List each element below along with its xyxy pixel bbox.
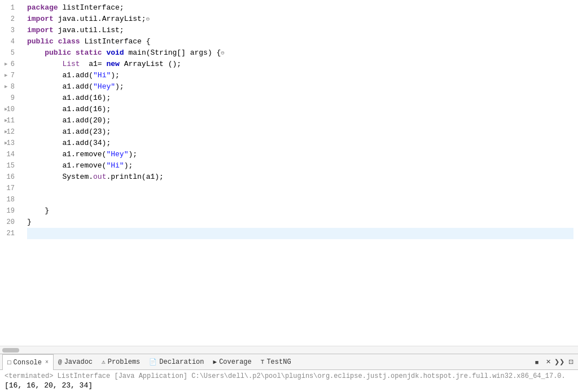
code-line-1: package listInterface; xyxy=(27,2,573,14)
line-number-10: 10 xyxy=(5,104,18,115)
problems-tab-label: Problems xyxy=(108,358,141,366)
code-line-15: a1.remove("Hi"); xyxy=(27,160,573,171)
scrollbar-thumb[interactable] xyxy=(2,348,19,353)
tab-coverage[interactable]: ▶Coverage xyxy=(209,354,256,370)
code-line-16: System.out.println(a1); xyxy=(27,171,573,183)
line-number-13: 13 xyxy=(5,138,18,149)
line-number-21: 21 xyxy=(5,228,18,239)
panel-action-btn-0[interactable]: ■ xyxy=(532,357,542,367)
line-numbers: 123456789101112131415161718192021 xyxy=(0,2,23,343)
coverage-tab-icon: ▶ xyxy=(213,358,217,365)
tab-console[interactable]: □Console× xyxy=(2,354,54,370)
code-line-5: public static void main(String[] args) {… xyxy=(27,47,573,59)
code-line-11: a1.add(20); xyxy=(27,115,573,126)
terminated-text: <terminated> ListInterface [Java Applica… xyxy=(5,372,573,380)
line-number-20: 20 xyxy=(5,217,18,228)
code-line-6: List a1= new ArrayList (); xyxy=(27,59,573,70)
code-line-3: import java.util.List; xyxy=(27,25,573,36)
code-line-14: a1.remove("Hey"); xyxy=(27,149,573,160)
line-number-11: 11 xyxy=(5,115,18,126)
line-number-6: 6 xyxy=(5,59,18,70)
code-line-10: a1.add(16); xyxy=(27,104,573,115)
code-line-20: } xyxy=(27,217,573,228)
code-line-4: public class ListInterface { xyxy=(27,36,573,47)
console-tab-icon: □ xyxy=(7,359,11,366)
line-number-9: 9 xyxy=(5,93,18,104)
coverage-tab-label: Coverage xyxy=(219,358,252,366)
fold-indicator[interactable]: ⊖ xyxy=(221,47,225,59)
code-lines: package listInterface;import java.util.A… xyxy=(23,2,578,343)
bottom-panel: □Console×@Javadoc⚠Problems📄Declaration▶C… xyxy=(0,354,578,392)
declaration-tab-icon: 📄 xyxy=(149,358,157,365)
tabs-bar: □Console×@Javadoc⚠Problems📄Declaration▶C… xyxy=(0,354,578,370)
line-number-19: 19 xyxy=(5,205,18,217)
code-line-8: a1.add("Hey"); xyxy=(27,81,573,93)
code-line-21 xyxy=(27,228,573,239)
testng-tab-label: TestNG xyxy=(266,358,291,366)
code-line-18 xyxy=(27,194,573,205)
declaration-tab-label: Declaration xyxy=(159,358,204,366)
line-number-5: 5 xyxy=(5,47,18,59)
line-number-16: 16 xyxy=(5,171,18,183)
code-area[interactable]: 123456789101112131415161718192021 packag… xyxy=(0,0,578,346)
code-line-17 xyxy=(27,183,573,194)
tab-declaration[interactable]: 📄Declaration xyxy=(144,354,208,370)
console-tab-label: Console xyxy=(14,359,42,367)
tab-javadoc[interactable]: @Javadoc xyxy=(54,354,97,370)
code-line-2: import java.util.ArrayList;⊖ xyxy=(27,14,573,25)
line-number-4: 4 xyxy=(5,36,18,47)
line-number-12: 12 xyxy=(5,126,18,138)
panel-action-btn-3[interactable]: ⊡ xyxy=(566,357,576,367)
line-number-8: 8 xyxy=(5,81,18,93)
line-number-15: 15 xyxy=(5,160,18,171)
panel-actions: ■✕❯❯⊡ xyxy=(532,357,576,367)
line-number-18: 18 xyxy=(5,194,18,205)
code-line-7: a1.add("Hi"); xyxy=(27,70,573,81)
problems-tab-icon: ⚠ xyxy=(102,358,106,365)
javadoc-tab-label: Javadoc xyxy=(64,358,93,366)
line-number-7: 7 xyxy=(5,70,18,81)
line-number-1: 1 xyxy=(5,2,18,14)
line-number-2: 2 xyxy=(5,14,18,25)
tab-problems[interactable]: ⚠Problems xyxy=(97,354,144,370)
output-text: [16, 16, 20, 23, 34] xyxy=(5,381,573,390)
console-tab-close[interactable]: × xyxy=(45,359,49,365)
code-editor: 123456789101112131415161718192021 packag… xyxy=(0,0,578,354)
testng-tab-icon: T xyxy=(261,359,265,365)
panel-action-btn-2[interactable]: ❯❯ xyxy=(554,357,564,367)
code-line-13: a1.add(34); xyxy=(27,138,573,149)
tab-testng[interactable]: TTestNG xyxy=(256,354,296,370)
code-line-19: } xyxy=(27,205,573,217)
fold-indicator[interactable]: ⊖ xyxy=(146,14,150,25)
code-line-9: a1.add(16); xyxy=(27,93,573,104)
horizontal-scrollbar[interactable] xyxy=(0,346,578,354)
code-line-12: a1.add(23); xyxy=(27,126,573,138)
line-number-17: 17 xyxy=(5,183,18,194)
line-number-3: 3 xyxy=(5,25,18,36)
javadoc-tab-icon: @ xyxy=(58,359,62,365)
console-output: <terminated> ListInterface [Java Applica… xyxy=(0,370,578,392)
line-number-14: 14 xyxy=(5,149,18,160)
panel-action-btn-1[interactable]: ✕ xyxy=(543,357,553,367)
